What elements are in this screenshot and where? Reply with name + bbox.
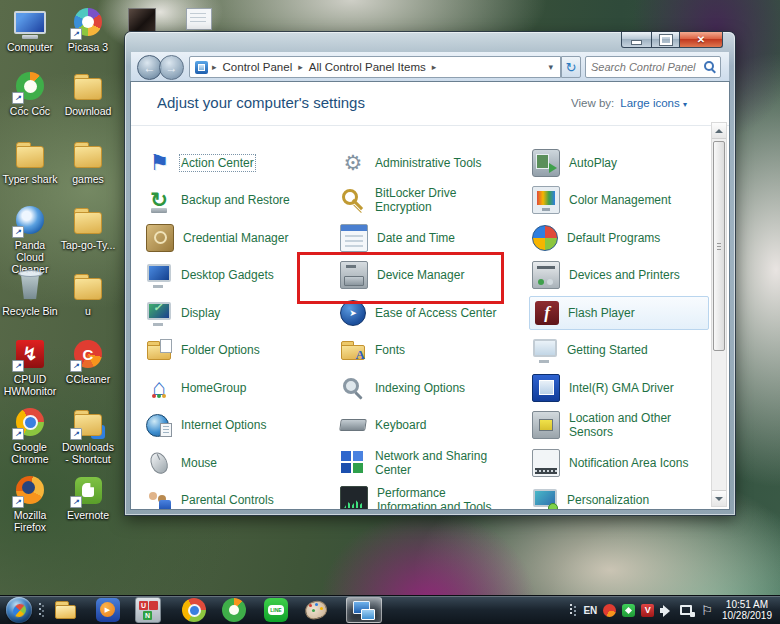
cp-item-desktop-gadgets[interactable]: Desktop Gadgets: [143, 257, 337, 295]
taskbar-coccoc[interactable]: [216, 597, 252, 623]
desktop-icon-recycle-bin[interactable]: Recycle Bin: [2, 268, 58, 317]
cp-item-autoplay[interactable]: AutoPlay: [529, 144, 709, 182]
desktop-icon-cpuid[interactable]: CPUID HWMonitor: [2, 336, 58, 397]
cp-item-default-programs[interactable]: Default Programs: [529, 219, 709, 257]
scroll-down-icon[interactable]: [712, 490, 726, 506]
desktop-icon-picasa[interactable]: Picasa 3: [60, 4, 116, 53]
cp-item-notification-area[interactable]: Notification Area Icons: [529, 444, 709, 482]
cp-item-action-center[interactable]: Action Center: [143, 144, 337, 182]
desktop-icon-chrome[interactable]: Google Chrome: [2, 404, 58, 465]
cp-item-flash-player[interactable]: Flash Player: [529, 296, 709, 330]
cp-item-personalization[interactable]: Personalization: [529, 482, 709, 510]
close-button[interactable]: ✕: [679, 32, 723, 48]
desktop-icon-coccoc[interactable]: Cốc Cốc: [2, 68, 58, 117]
tray-antivirus-icon[interactable]: [622, 604, 635, 617]
action-center-flag-icon[interactable]: ⚐: [701, 604, 713, 617]
taskbar-paint[interactable]: [298, 597, 334, 623]
cp-item-color-management[interactable]: Color Management: [529, 182, 709, 220]
clock[interactable]: 10:51 AM 10/28/2019: [719, 599, 775, 621]
breadcrumb-separator: ▸: [432, 62, 437, 72]
view-mode-link[interactable]: Large icons ▾: [620, 97, 687, 109]
search-box[interactable]: [585, 56, 721, 78]
desktop-icon-computer[interactable]: Computer: [2, 4, 58, 53]
cp-item-parental-controls[interactable]: Parental Controls: [143, 482, 337, 510]
partial-desktop-photo-icon[interactable]: [128, 8, 156, 32]
navigation-bar: ← → ▸ Control Panel ▸ All Control Panel …: [131, 52, 729, 83]
coccoc-icon: [12, 68, 48, 104]
control-panel-items-grid: Action Center Administrative Tools AutoP…: [143, 144, 709, 509]
cp-item-performance[interactable]: Performance Information and Tools: [337, 482, 529, 510]
cp-item-backup-restore[interactable]: Backup and Restore: [143, 182, 337, 220]
taskbar-line[interactable]: [258, 597, 294, 623]
taskbar-unikey[interactable]: [130, 597, 166, 623]
cp-item-ease-of-access[interactable]: Ease of Access Center: [337, 294, 529, 332]
desktop-icon-label: Recycle Bin: [2, 305, 58, 317]
scrollbar-thumb[interactable]: [713, 141, 725, 351]
shortcut-arrow-icon: [70, 428, 82, 440]
window-controls: ✕: [621, 32, 723, 48]
search-input[interactable]: [586, 61, 703, 73]
cp-item-getting-started[interactable]: Getting Started: [529, 332, 709, 370]
address-bar[interactable]: ▸ Control Panel ▸ All Control Panel Item…: [189, 56, 561, 78]
cp-item-homegroup[interactable]: HomeGroup: [143, 369, 337, 407]
scrollbar[interactable]: [711, 122, 727, 507]
shortcut-arrow-icon: [12, 360, 24, 372]
desktop-icon-label: Computer: [2, 41, 58, 53]
desktop-icon-tap-go[interactable]: Tap-go-Ty...: [60, 202, 116, 251]
minimize-button[interactable]: [621, 32, 652, 48]
desktop-icon-ccleaner[interactable]: CCleaner: [60, 336, 116, 385]
desktop-icon-panda-cloud[interactable]: Panda Cloud Cleaner: [2, 202, 58, 275]
cp-item-fonts[interactable]: Fonts: [337, 332, 529, 370]
address-dropdown-icon[interactable]: ▾: [546, 62, 555, 72]
cp-item-display[interactable]: Display: [143, 294, 337, 332]
show-hidden-icons[interactable]: [569, 602, 577, 618]
cp-item-location-sensors[interactable]: Location and Other Sensors: [529, 407, 709, 445]
refresh-button[interactable]: ↻: [561, 56, 581, 78]
options-panel-ornament: [160, 339, 172, 353]
tray-v-app-icon[interactable]: [641, 604, 654, 617]
desktop-icon-games[interactable]: games: [60, 136, 116, 185]
parental-controls-icon: [146, 487, 172, 509]
desktop-icon-typer-shark[interactable]: Typer shark: [2, 136, 58, 185]
forward-button[interactable]: →: [159, 55, 184, 80]
maximize-button[interactable]: [652, 32, 679, 48]
cp-item-network-sharing[interactable]: Network and Sharing Center: [337, 444, 529, 482]
desktop-icon-label: Cốc Cốc: [2, 105, 58, 117]
breadcrumb-all-items[interactable]: All Control Panel Items: [307, 61, 428, 73]
language-indicator[interactable]: EN: [583, 605, 597, 616]
cp-item-folder-options[interactable]: Folder Options: [143, 332, 337, 370]
cp-item-internet-options[interactable]: Internet Options: [143, 407, 337, 445]
cp-item-keyboard[interactable]: Keyboard: [337, 407, 529, 445]
default-programs-icon: [532, 225, 558, 251]
partial-desktop-note-icon[interactable]: [186, 8, 212, 30]
cp-item-devices-printers[interactable]: Devices and Printers: [529, 257, 709, 295]
cp-item-administrative-tools[interactable]: Administrative Tools: [337, 144, 529, 182]
cp-item-device-manager[interactable]: Device Manager: [337, 257, 529, 295]
desktop-icon-download[interactable]: Download: [60, 68, 116, 117]
desktop-icon-firefox[interactable]: Mozilla Firefox: [2, 472, 58, 533]
cp-item-credential-manager[interactable]: Credential Manager: [143, 219, 337, 257]
desktop-icon-u[interactable]: u: [60, 268, 116, 317]
taskbar: EN ⚐ 10:51 AM 10/28/2019: [0, 595, 780, 624]
desktop-icon-evernote[interactable]: Evernote: [60, 472, 116, 521]
scroll-up-icon[interactable]: [712, 123, 726, 139]
breadcrumb-control-panel[interactable]: Control Panel: [221, 61, 295, 73]
volume-icon[interactable]: [660, 604, 674, 617]
view-by-control: View by: Large icons ▾: [571, 97, 687, 109]
taskbar-control-panel-active[interactable]: [346, 597, 382, 623]
cp-item-indexing-options[interactable]: Indexing Options: [337, 369, 529, 407]
desktop-icon-downloads-shortcut[interactable]: ↓ Downloads - Shortcut: [60, 404, 116, 465]
network-icon[interactable]: [680, 604, 695, 617]
control-panel-mini-icon: [195, 61, 208, 74]
start-button[interactable]: [6, 597, 32, 623]
cp-item-bitlocker[interactable]: BitLocker Drive Encryption: [337, 182, 529, 220]
taskbar-separator-dots: [38, 601, 44, 619]
taskbar-chrome[interactable]: [176, 597, 212, 623]
cp-item-intel-gma[interactable]: Intel(R) GMA Driver: [529, 369, 709, 407]
tray-ccleaner-icon[interactable]: [603, 604, 616, 617]
cp-item-date-time[interactable]: Date and Time: [337, 219, 529, 257]
cp-item-mouse[interactable]: Mouse: [143, 444, 337, 482]
explorer-icon: [53, 597, 79, 623]
taskbar-media-player[interactable]: [90, 597, 126, 623]
taskbar-windows-explorer[interactable]: [48, 597, 84, 623]
